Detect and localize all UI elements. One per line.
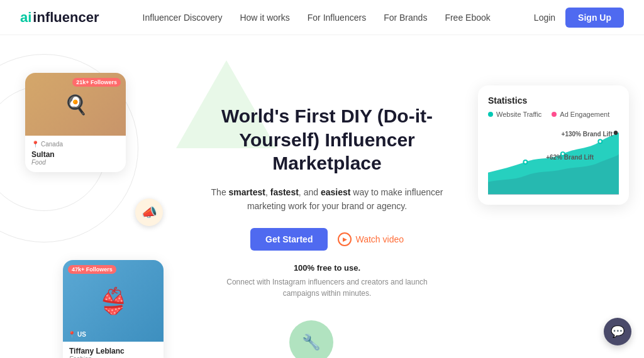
chat-icon: 💬 bbox=[611, 325, 625, 339]
nav-for-influencers[interactable]: For Influencers bbox=[308, 13, 366, 23]
signup-button[interactable]: Sign Up bbox=[565, 8, 624, 28]
card-sultan-category: Food bbox=[31, 159, 119, 166]
location-pin-icon-2: 📍 bbox=[68, 331, 75, 338]
nav-actions: Login Sign Up bbox=[534, 8, 624, 28]
card-sultan: 🍳 21k+ Followers 📍 Canada Sultan Food bbox=[25, 73, 126, 172]
website-traffic-dot bbox=[488, 112, 493, 117]
card-sultan-info: 📍 Canada Sultan Food bbox=[25, 136, 126, 172]
website-traffic-label: Website Traffic bbox=[496, 111, 541, 118]
get-started-button[interactable]: Get Started bbox=[250, 228, 328, 251]
watch-video-button[interactable]: ▶ Watch video bbox=[338, 232, 404, 246]
card-tiffany: 👙 47k+ Followers 📍 US Tiffany Leblanc Fa… bbox=[63, 260, 164, 358]
free-label: 100% free to use. bbox=[208, 263, 447, 273]
legend-ad-engagement: Ad Engagement bbox=[552, 111, 609, 118]
card-tiffany-category: Fashion bbox=[69, 355, 157, 358]
logo: ai influencer bbox=[20, 9, 99, 26]
ad-engagement-label: Ad Engagement bbox=[560, 111, 609, 118]
hero-section: World's First DIY (Do-it-Yourself) Influ… bbox=[208, 104, 447, 299]
bottom-circle-emoji: 🔧 bbox=[302, 334, 321, 351]
navbar: ai influencer Influencer Discovery How i… bbox=[0, 0, 644, 35]
nav-free-ebook[interactable]: Free Ebook bbox=[445, 13, 490, 23]
card-tiffany-name: Tiffany Leblanc bbox=[69, 347, 157, 355]
brand-lift-high-label: +130% Brand Lift bbox=[562, 131, 613, 138]
chat-button[interactable]: 💬 bbox=[604, 318, 631, 345]
free-subtitle: Connect with Instagram influencers and c… bbox=[208, 276, 447, 299]
card-sultan-location: 📍 Canada bbox=[31, 141, 119, 148]
hero-subtitle: The smartest, fastest, and easiest way t… bbox=[208, 185, 447, 214]
statistics-card: Statistics Website Traffic Ad Engagement… bbox=[478, 85, 629, 205]
login-button[interactable]: Login bbox=[534, 13, 555, 23]
logo-influencer: influencer bbox=[33, 9, 99, 26]
nav-influencer-discovery[interactable]: Influencer Discovery bbox=[143, 13, 223, 23]
svg-point-2 bbox=[598, 139, 602, 143]
statistics-title: Statistics bbox=[488, 95, 619, 106]
svg-point-0 bbox=[523, 160, 527, 164]
location-pin-icon: 📍 bbox=[31, 141, 39, 148]
brand-lift-low-label: +62% Brand Lift bbox=[546, 154, 594, 161]
nav-for-brands[interactable]: For Brands bbox=[384, 13, 427, 23]
card-sultan-followers: 21k+ Followers bbox=[72, 78, 121, 87]
influencer-cards: 🍳 21k+ Followers 📍 Canada Sultan Food 👙 … bbox=[13, 73, 113, 281]
ad-engagement-dot bbox=[552, 112, 557, 117]
megaphone-icon: 📣 bbox=[135, 198, 163, 226]
hero-title: World's First DIY (Do-it-Yourself) Influ… bbox=[208, 104, 447, 175]
nav-how-it-works[interactable]: How it works bbox=[240, 13, 289, 23]
nav-links: Influencer Discovery How it works For In… bbox=[143, 13, 491, 23]
bottom-circle-icon: 🔧 bbox=[289, 320, 333, 358]
watch-video-label: Watch video bbox=[355, 234, 404, 244]
card-tiffany-location: US bbox=[77, 331, 86, 338]
hero-actions: Get Started ▶ Watch video bbox=[208, 228, 447, 251]
main-content: 🍳 21k+ Followers 📍 Canada Sultan Food 👙 … bbox=[0, 35, 644, 358]
chart-area: +130% Brand Lift +62% Brand Lift bbox=[488, 126, 619, 195]
svg-point-3 bbox=[614, 131, 618, 134]
legend-website-traffic: Website Traffic bbox=[488, 111, 541, 118]
stats-legend: Website Traffic Ad Engagement bbox=[488, 111, 619, 118]
card-tiffany-info: Tiffany Leblanc Fashion bbox=[63, 342, 164, 358]
card-sultan-name: Sultan bbox=[31, 150, 119, 159]
play-circle-icon: ▶ bbox=[338, 232, 352, 246]
card-tiffany-followers: 47k+ Followers bbox=[68, 265, 116, 274]
logo-ai: ai bbox=[20, 9, 31, 26]
